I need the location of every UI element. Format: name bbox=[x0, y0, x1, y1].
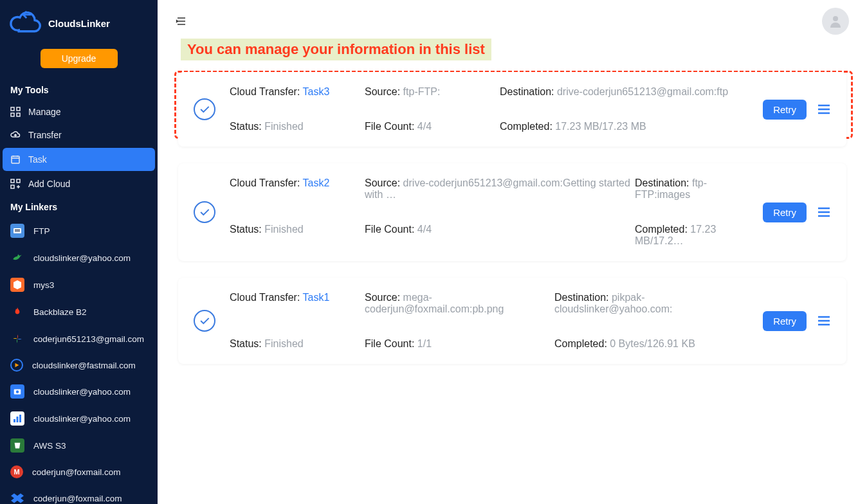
svg-point-12 bbox=[16, 390, 19, 393]
add-grid-icon bbox=[10, 179, 21, 189]
google-photos-icon bbox=[10, 332, 24, 346]
section-my-tools: My Tools bbox=[0, 78, 158, 100]
bars-icon bbox=[10, 411, 24, 426]
file-count-value: 1/1 bbox=[417, 338, 432, 349]
bucket-icon bbox=[10, 438, 24, 453]
status-value: Finished bbox=[264, 224, 303, 235]
task-list: Cloud Transfer: Task3 Source: ftp-FTP: D… bbox=[158, 63, 867, 390]
upgrade-button[interactable]: Upgrade bbox=[41, 49, 118, 68]
completed-value: 17.23 MB/17.23 MB bbox=[555, 121, 646, 132]
linker-gmail[interactable]: coderjun651213@gmail.com bbox=[0, 325, 158, 352]
linker-ftp[interactable]: FTP bbox=[0, 217, 158, 244]
main: You can manage your information in this … bbox=[158, 0, 867, 504]
task-card: Cloud Transfer: Task3 Source: ftp-FTP: D… bbox=[178, 72, 846, 147]
mega-icon: M bbox=[10, 465, 23, 478]
svg-rect-3 bbox=[17, 113, 20, 116]
linker-label: AWS S3 bbox=[33, 441, 66, 451]
source-value: drive-coderjun651213@gmail.com:Getting s… bbox=[365, 177, 630, 200]
camera-icon bbox=[10, 384, 24, 399]
info-banner: You can manage your information in this … bbox=[181, 39, 491, 60]
nav-label: Add Cloud bbox=[28, 179, 70, 189]
linker-label: cloudslinker@yahoo.com bbox=[33, 414, 131, 424]
grid-icon bbox=[10, 107, 21, 117]
status-check-icon bbox=[194, 310, 215, 332]
retry-button[interactable]: Retry bbox=[763, 100, 807, 120]
linker-fastmail[interactable]: cloudslinker@fastmail.com bbox=[0, 352, 158, 378]
nav-label: Transfer bbox=[28, 130, 62, 140]
linker-mys3[interactable]: mys3 bbox=[0, 271, 158, 298]
linker-label: FTP bbox=[33, 226, 50, 236]
task-card: Cloud Transfer: Task1 Source: mega-coder… bbox=[178, 278, 846, 364]
linker-label: Backblaze B2 bbox=[33, 307, 87, 317]
svg-rect-9 bbox=[15, 230, 20, 230]
linker-label: coderjun651213@gmail.com bbox=[33, 334, 144, 344]
task-name-link[interactable]: Task2 bbox=[303, 177, 330, 188]
svg-rect-0 bbox=[11, 107, 14, 111]
completed-label: Completed: bbox=[500, 121, 555, 132]
svg-rect-7 bbox=[11, 185, 14, 188]
task-card: Cloud Transfer: Task2 Source: drive-code… bbox=[178, 163, 846, 261]
logo: CloudsLinker bbox=[0, 0, 158, 49]
status-label: Status: bbox=[230, 224, 264, 235]
cloud-transfer-label: Cloud Transfer: bbox=[230, 177, 303, 188]
nav-label: Task bbox=[28, 154, 47, 165]
file-count-value: 4/4 bbox=[417, 224, 432, 235]
svg-rect-1 bbox=[17, 107, 20, 111]
cloud-transfer-label: Cloud Transfer: bbox=[230, 86, 303, 97]
retry-button[interactable]: Retry bbox=[763, 203, 807, 222]
topbar bbox=[158, 0, 867, 42]
nav-label: Manage bbox=[28, 107, 61, 117]
linker-label: mys3 bbox=[33, 280, 54, 290]
file-count-label: File Count: bbox=[365, 338, 417, 349]
more-menu-icon[interactable] bbox=[817, 205, 831, 219]
task-name-link[interactable]: Task3 bbox=[303, 86, 330, 97]
source-value: ftp-FTP: bbox=[403, 86, 441, 97]
nav-manage[interactable]: Manage bbox=[0, 100, 158, 123]
brand-name: CloudsLinker bbox=[48, 18, 110, 29]
destination-value: drive-coderjun651213@gmail.com:ftp bbox=[557, 86, 728, 97]
linker-label: cloudslinker@yahoo.com bbox=[33, 253, 131, 263]
status-label: Status: bbox=[230, 121, 264, 132]
more-menu-icon[interactable] bbox=[817, 314, 831, 328]
linker-yahoo-1[interactable]: cloudslinker@yahoo.com bbox=[0, 244, 158, 271]
completed-label: Completed: bbox=[554, 338, 610, 349]
circle-play-icon bbox=[10, 359, 23, 372]
linker-aws-s3[interactable]: AWS S3 bbox=[0, 432, 158, 459]
svg-point-16 bbox=[833, 16, 838, 21]
linker-label: cloudslinker@fastmail.com bbox=[32, 361, 136, 370]
status-check-icon bbox=[194, 201, 215, 223]
svg-rect-15 bbox=[19, 415, 21, 422]
status-value: Finished bbox=[264, 338, 303, 349]
task-name-link[interactable]: Task1 bbox=[303, 292, 330, 303]
linker-yahoo-2[interactable]: cloudslinker@yahoo.com bbox=[0, 378, 158, 405]
linker-label: cloudslinker@yahoo.com bbox=[33, 387, 131, 397]
collapse-sidebar-icon[interactable] bbox=[176, 15, 187, 27]
section-my-linkers: My Linkers bbox=[0, 195, 158, 217]
destination-label: Destination: bbox=[554, 292, 612, 303]
bird-icon bbox=[10, 251, 24, 265]
calendar-icon bbox=[10, 154, 21, 165]
svg-rect-2 bbox=[11, 113, 14, 116]
nav-task[interactable]: Task bbox=[3, 148, 155, 171]
linker-dropbox[interactable]: coderjun@foxmail.com bbox=[0, 485, 158, 504]
linker-mega[interactable]: M coderjun@foxmail.com bbox=[0, 459, 158, 485]
svg-rect-13 bbox=[14, 419, 15, 422]
cube-icon bbox=[10, 278, 24, 292]
more-menu-icon[interactable] bbox=[817, 102, 831, 116]
status-label: Status: bbox=[230, 338, 264, 349]
retry-button[interactable]: Retry bbox=[763, 311, 807, 331]
svg-rect-4 bbox=[12, 156, 19, 163]
nav-add-cloud[interactable]: Add Cloud bbox=[0, 172, 158, 195]
completed-label: Completed: bbox=[635, 224, 690, 235]
status-value: Finished bbox=[264, 121, 303, 132]
linker-backblaze[interactable]: Backblaze B2 bbox=[0, 298, 158, 325]
cloud-upload-icon bbox=[10, 130, 21, 140]
svg-rect-10 bbox=[15, 231, 20, 231]
nav-transfer[interactable]: Transfer bbox=[0, 123, 158, 147]
destination-label: Destination: bbox=[635, 177, 692, 188]
linker-label: coderjun@foxmail.com bbox=[33, 494, 122, 503]
user-avatar[interactable] bbox=[822, 8, 849, 35]
linker-yahoo-3[interactable]: cloudslinker@yahoo.com bbox=[0, 405, 158, 432]
status-check-icon bbox=[194, 98, 215, 120]
ftp-icon bbox=[10, 224, 24, 238]
